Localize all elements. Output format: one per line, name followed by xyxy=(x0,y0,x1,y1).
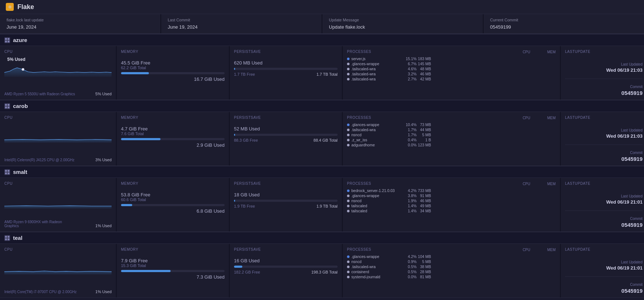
proc-name-teal-4: systemd-journald xyxy=(351,275,402,279)
proc-mem-smalt-3: 49 MB xyxy=(417,204,431,208)
persist-label-azure: PersistSave xyxy=(234,50,338,54)
cpu-chart-azure: 5% Used xyxy=(4,55,112,90)
persist-total-smalt: 1.9 TB Total xyxy=(317,204,338,208)
section-name-azure: azure xyxy=(13,37,27,43)
section-header-carob: carob xyxy=(0,100,644,112)
section-icon-smalt xyxy=(4,169,10,175)
persist-bar-container-carob xyxy=(234,134,338,136)
proc-dot-carob-2 xyxy=(347,134,350,136)
proc-dot-teal-1 xyxy=(347,261,350,263)
cpu-svg-smalt xyxy=(4,187,112,209)
flake-info-row: flake.lock last update June 19, 2024 Las… xyxy=(0,14,644,34)
proc-mem-smalt-0: 733 MB xyxy=(417,188,431,193)
persist-panel-teal: PersistSave 16 GB Used 182.2 GB Free 198… xyxy=(230,244,342,297)
proc-name-carob-4: adguardhome xyxy=(351,143,402,147)
memory-panel-teal: MEMORY 7.9 GiB Free 15.3 GiB Total 7.3 G… xyxy=(117,244,229,297)
persist-bar-container-azure xyxy=(234,68,338,70)
lastupdate-label-teal: LastUpdate xyxy=(565,247,643,251)
flake-lock-label: flake.lock last update xyxy=(7,18,154,22)
memory-label-teal: MEMORY xyxy=(121,247,225,251)
memory-panel-carob: MEMORY 4.7 GiB Free 7.6 GiB Total 2.9 Gi… xyxy=(117,112,229,166)
cpu-label-teal: CPU xyxy=(4,247,112,251)
proc-mem-smalt-4: 34 MB xyxy=(417,209,431,213)
proc-col-mem-smalt: MEM xyxy=(538,182,556,186)
memory-total-teal: 15.3 GiB Total xyxy=(121,263,225,268)
proc-dot-azure-0 xyxy=(347,58,350,60)
last-updated-label-carob: Last Updated xyxy=(565,128,643,132)
proc-row-carob-0: .glances-wrappe 10.4% 73 MB xyxy=(347,122,556,127)
commit-value-carob: 0545919 xyxy=(565,156,643,162)
node-row-azure: CPU 5% Used AMD Ryzen 5 5500U with Radeo… xyxy=(0,46,644,100)
proc-row-smalt-3: tailscaled 1.4% 49 MB xyxy=(347,204,556,208)
flake-lock-card: flake.lock last update June 19, 2024 xyxy=(0,14,160,33)
app-icon: ❄ xyxy=(6,3,14,11)
proc-dot-teal-4 xyxy=(347,276,350,278)
memory-bar-teal xyxy=(121,270,171,272)
proc-col-cpu-teal: CPU xyxy=(512,248,530,252)
proc-dot-smalt-3 xyxy=(347,205,350,207)
proc-row-azure-2: .tailscaled-wra 4.6% 48 MB xyxy=(347,67,556,71)
cpu-usage-teal: 1% Used xyxy=(95,289,112,294)
processes-panel-azure: Processes CPU MEM server.js 15.1% 183 MB… xyxy=(343,46,560,100)
proc-mem-teal-0: 104 MB xyxy=(417,254,431,259)
proc-mem-smalt-1: 91 MB xyxy=(417,193,431,198)
proc-row-smalt-4: tailscaled 1.4% 34 MB xyxy=(347,209,556,213)
section-icon-azure xyxy=(4,37,10,43)
persist-used-teal: 16 GB Used xyxy=(234,258,338,263)
memory-used-azure: 16.7 GiB Used xyxy=(194,76,225,82)
commit-label-teal: Commit xyxy=(565,283,643,287)
proc-mem-teal-1: 5 MB xyxy=(417,259,431,264)
proc-mem-carob-2: 5 MB xyxy=(417,133,431,137)
proc-name-azure-3: .tailscaled-wra xyxy=(351,72,402,76)
proc-cpu-carob-2: 1.7% xyxy=(402,133,417,137)
node-row-smalt: CPU AMD Ryzen 9 6900HX with Radeon Graph… xyxy=(0,178,644,232)
memory-total-smalt: 60.6 GiB Total xyxy=(121,197,225,202)
memory-free-smalt: 53.8 GiB Free xyxy=(121,192,225,197)
proc-dot-teal-3 xyxy=(347,271,350,273)
proc-row-carob-3: .z_wr_iss 0.4% 1 B xyxy=(347,138,556,142)
persist-panel-azure: PersistSave 620 MB Used 1.7 TB Free 1.7 … xyxy=(230,46,342,100)
last-commit-value: June 19, 2024 xyxy=(168,24,315,30)
persist-label-teal: PersistSave xyxy=(234,247,338,251)
proc-dot-carob-0 xyxy=(347,124,350,126)
proc-mem-azure-0: 183 MB xyxy=(417,57,431,61)
processes-label-carob: Processes xyxy=(347,116,371,120)
proc-row-azure-4: .tailscaled-wra 2.7% 42 MB xyxy=(347,77,556,81)
proc-name-carob-2: nsncd xyxy=(351,133,402,137)
cpu-footer-carob: Intel(R) Celeron(R) J4125 CPU @ 2.00GHz … xyxy=(4,158,112,162)
proc-cpu-smalt-2: 1.9% xyxy=(402,199,417,203)
persist-used-carob: 52 MB Used xyxy=(234,126,338,132)
last-updated-value-teal: Wed 06/19 21:01 xyxy=(565,265,643,271)
proc-col-mem-azure: MEM xyxy=(538,50,556,54)
proc-dot-azure-2 xyxy=(347,68,350,70)
proc-mem-azure-4: 42 MB xyxy=(417,77,431,81)
proc-name-smalt-1: .glances-wrappe xyxy=(351,193,402,198)
cpu-chart-carob xyxy=(4,121,112,156)
proc-cpu-azure-4: 2.7% xyxy=(402,77,417,81)
proc-dot-smalt-2 xyxy=(347,200,350,202)
last-updated-value-smalt: Wed 06/19 21:01 xyxy=(565,199,643,205)
proc-mem-azure-3: 46 MB xyxy=(417,72,431,76)
proc-dot-teal-2 xyxy=(347,266,350,268)
cpu-usage-smalt: 1% Used xyxy=(95,224,112,228)
proc-mem-azure-1: 145 MB xyxy=(417,62,431,66)
persist-free-carob: 88.3 GB Free xyxy=(234,138,258,142)
proc-cpu-teal-3: 0.5% xyxy=(402,270,417,274)
proc-cpu-azure-1: 6.7% xyxy=(402,62,417,66)
update-message-value: Update flake.lock xyxy=(329,24,476,30)
proc-cpu-azure-3: 3.2% xyxy=(402,72,417,76)
persist-total-carob: 88.4 GB Total xyxy=(314,138,338,142)
section-name-carob: carob xyxy=(13,103,28,109)
proc-dot-carob-3 xyxy=(347,139,350,141)
persist-panel-smalt: PersistSave 18 GB Used 1.9 TB Free 1.9 T… xyxy=(230,178,342,232)
cpu-footer-azure: AMD Ryzen 5 5500U with Radeon Graphics 5… xyxy=(4,92,112,96)
update-message-card: Update Message Update flake.lock xyxy=(322,14,483,33)
processes-panel-carob: Processes CPU MEM .glances-wrappe 10.4% … xyxy=(343,112,560,166)
current-commit-value: 05459199 xyxy=(490,24,637,30)
memory-panel-azure: MEMORY 45.5 GiB Free 62.2 GiB Total 16.7… xyxy=(117,46,229,100)
proc-row-carob-4: adguardhome 0.0% 123 MB xyxy=(347,143,556,147)
proc-cpu-teal-0: 4.2% xyxy=(402,254,417,259)
memory-bar-container-smalt xyxy=(121,204,225,206)
memory-bar-container-carob xyxy=(121,138,225,140)
processes-label-teal: Processes xyxy=(347,247,371,251)
